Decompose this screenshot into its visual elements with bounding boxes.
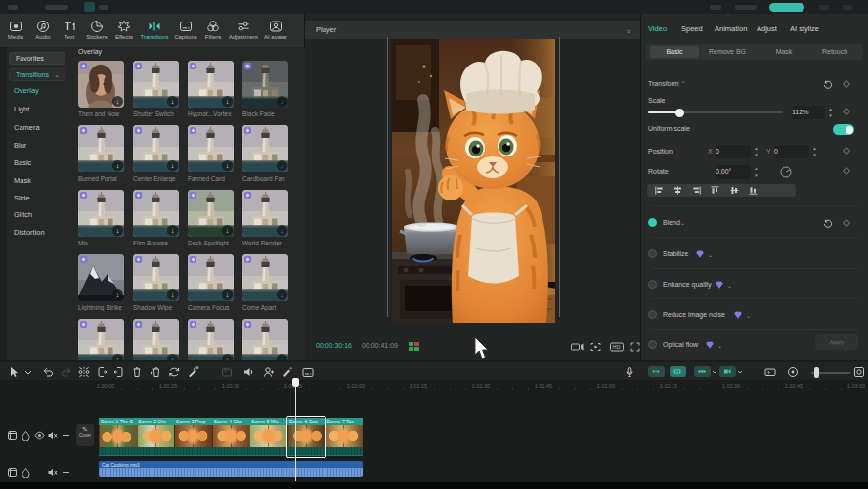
svg-text:HD: HD bbox=[613, 344, 621, 350]
